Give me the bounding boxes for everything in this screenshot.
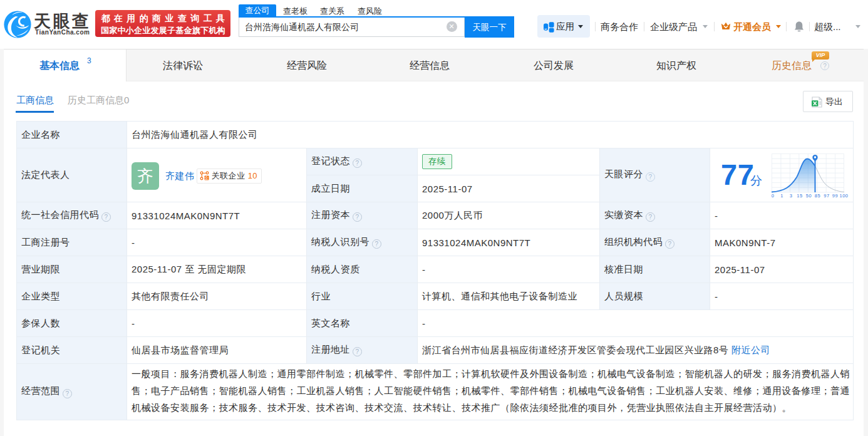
svg-text:企: 企 <box>204 175 209 180</box>
svg-text:99: 99 <box>832 193 838 198</box>
svg-text:50: 50 <box>806 193 812 198</box>
svg-text:3: 3 <box>790 193 793 198</box>
svg-text:97: 97 <box>824 193 829 198</box>
svg-text:1: 1 <box>780 193 783 198</box>
svg-text:15: 15 <box>797 193 802 198</box>
svg-text:85: 85 <box>815 193 820 198</box>
svg-text:0: 0 <box>772 193 774 198</box>
svg-text:100: 100 <box>839 193 848 198</box>
